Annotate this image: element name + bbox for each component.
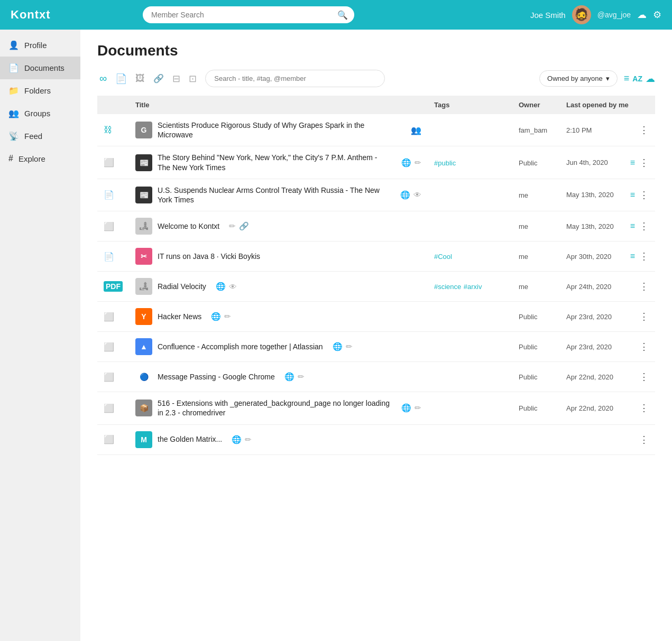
doc-title[interactable]: the Golden Matrix... bbox=[158, 434, 222, 444]
doc-inline-actions: 🌐✏ bbox=[284, 372, 305, 382]
link-icon[interactable]: 🔗 bbox=[239, 221, 249, 231]
table-row[interactable]: ⬜ ▲ Confluence - Accomplish more togethe… bbox=[97, 332, 655, 362]
doc-title[interactable]: Confluence - Accomplish more together | … bbox=[158, 342, 323, 351]
member-search-input[interactable] bbox=[143, 6, 354, 23]
table-row[interactable]: ⬜ 🔵 Message Passing - Google Chrome 🌐✏ P… bbox=[97, 362, 655, 392]
settings-icon[interactable]: ⚙ bbox=[653, 9, 661, 21]
globe-icon[interactable]: 🌐 bbox=[401, 403, 411, 413]
more-options-icon[interactable]: ⋮ bbox=[639, 124, 649, 136]
more-options-icon[interactable]: ⋮ bbox=[639, 371, 649, 383]
more-options-icon[interactable]: ⋮ bbox=[639, 189, 649, 201]
more-options-icon[interactable]: ⋮ bbox=[639, 157, 649, 169]
table-row[interactable]: ⬜ Y Hacker News 🌐✏ Public Apr 23rd, 2020… bbox=[97, 302, 655, 332]
logo[interactable]: Kontxt bbox=[11, 8, 51, 22]
detail-list-icon[interactable]: ≡ bbox=[630, 252, 635, 261]
list-view-icon[interactable]: ≡ bbox=[624, 73, 630, 84]
doc-title-cell: Y Hacker News 🌐✏ bbox=[135, 308, 421, 325]
doc-title[interactable]: Hacker News bbox=[158, 312, 201, 321]
image-type-icon[interactable]: 🖼 bbox=[133, 71, 147, 86]
table-row[interactable]: PDF 🏞 Radial Velocity 🌐👁 #science #arxiv… bbox=[97, 272, 655, 302]
owner-filter-dropdown[interactable]: Owned by anyone ▾ bbox=[539, 70, 618, 87]
pencil-icon[interactable]: ✏ bbox=[229, 221, 236, 231]
globe-icon[interactable]: 🌐 bbox=[211, 312, 221, 321]
doc-title[interactable]: Scientists Produce Rigorous Study of Why… bbox=[158, 120, 401, 140]
doc-title-cell: M the Golden Matrix... 🌐✏ bbox=[135, 431, 421, 448]
doc-tag[interactable]: #arxiv bbox=[464, 283, 482, 291]
more-options-icon[interactable]: ⋮ bbox=[639, 341, 649, 352]
more-options-icon[interactable]: ⋮ bbox=[639, 402, 649, 414]
more-options-icon[interactable]: ⋮ bbox=[639, 311, 649, 322]
doc-search-input[interactable] bbox=[205, 70, 385, 87]
sort-az-icon[interactable]: AZ bbox=[632, 75, 642, 83]
tab-type-icon[interactable]: ⊡ bbox=[187, 71, 199, 87]
doc-search-container bbox=[205, 70, 385, 87]
table-row[interactable]: 📄 ✂ IT runs on Java 8 · Vicki Boykis #Co… bbox=[97, 241, 655, 272]
upload-doc-icon[interactable]: ☁ bbox=[646, 73, 655, 85]
doc-favicon: G bbox=[135, 122, 152, 138]
detail-list-icon[interactable]: ≡ bbox=[630, 190, 635, 200]
table-row[interactable]: ⬜ 📦 516 - Extensions with _generated_bac… bbox=[97, 392, 655, 424]
eye-icon[interactable]: 👁 bbox=[413, 190, 421, 199]
page-title: Documents bbox=[97, 42, 655, 59]
doc-title[interactable]: 516 - Extensions with _generated_backgro… bbox=[158, 398, 392, 417]
more-options-icon[interactable]: ⋮ bbox=[639, 250, 649, 262]
pencil-icon[interactable]: ✏ bbox=[415, 158, 421, 168]
row-actions: ⋮ bbox=[639, 124, 649, 136]
pencil-icon[interactable]: ✏ bbox=[415, 403, 421, 413]
type-bookmark-icon: ⬜ bbox=[104, 158, 114, 167]
pencil-icon[interactable]: ✏ bbox=[298, 372, 305, 382]
more-options-icon[interactable]: ⋮ bbox=[639, 220, 649, 232]
last-opened-time: May 13th, 2020 bbox=[566, 191, 614, 199]
upload-icon[interactable]: ☁ bbox=[637, 9, 647, 21]
doc-type-icon[interactable]: 📄 bbox=[113, 71, 129, 87]
all-type-icon[interactable]: ∞ bbox=[97, 70, 109, 87]
doc-title[interactable]: Radial Velocity bbox=[158, 282, 206, 291]
globe-icon[interactable]: 🌐 bbox=[401, 158, 411, 168]
sidebar-item-groups[interactable]: 👥 Groups bbox=[0, 102, 80, 125]
table-row[interactable]: 📄 📰 U.S. Suspends Nuclear Arms Control T… bbox=[97, 179, 655, 211]
doc-owner: Public bbox=[519, 343, 537, 351]
sidebar-item-profile[interactable]: 👤 Profile bbox=[0, 34, 80, 57]
globe-icon[interactable]: 🌐 bbox=[232, 435, 242, 444]
doc-title[interactable]: U.S. Suspends Nuclear Arms Control Treat… bbox=[158, 185, 391, 205]
globe-icon[interactable]: 🌐 bbox=[333, 342, 343, 351]
sidebar-item-documents[interactable]: 📄 Documents bbox=[0, 57, 80, 79]
detail-list-icon[interactable]: ≡ bbox=[630, 221, 635, 231]
table-row[interactable]: ⬜ 📰 The Story Behind "New York, New York… bbox=[97, 146, 655, 179]
doc-title-cell: 🔵 Message Passing - Google Chrome 🌐✏ bbox=[135, 368, 421, 385]
pencil-icon[interactable]: ✏ bbox=[245, 435, 252, 444]
last-opened-cell: Apr 23rd, 2020 ⋮ bbox=[566, 311, 649, 322]
globe-icon[interactable]: 🌐 bbox=[400, 190, 410, 200]
doc-title-cell: 🏞 Welcome to Kontxt ✏🔗 bbox=[135, 218, 421, 235]
eye-icon[interactable]: 👁 bbox=[229, 282, 237, 291]
doc-title[interactable]: IT runs on Java 8 · Vicki Boykis bbox=[158, 252, 260, 261]
sidebar-item-folders[interactable]: 📁 Folders bbox=[0, 79, 80, 102]
sidebar-item-feed[interactable]: 📡 Feed bbox=[0, 125, 80, 147]
last-opened-time: Apr 23rd, 2020 bbox=[566, 313, 612, 321]
globe-icon[interactable]: 🌐 bbox=[284, 372, 294, 382]
more-options-icon[interactable]: ⋮ bbox=[639, 434, 649, 445]
table-row[interactable]: ⛓ G Scientists Produce Rigorous Study of… bbox=[97, 114, 655, 146]
detail-list-icon[interactable]: ≡ bbox=[630, 158, 635, 168]
sidebar-item-explore[interactable]: # Explore bbox=[0, 147, 80, 170]
link-type-icon[interactable]: 🔗 bbox=[151, 71, 166, 86]
doc-title[interactable]: The Story Behind "New York, New York," t… bbox=[158, 153, 392, 172]
doc-tag[interactable]: #Cool bbox=[434, 253, 452, 261]
pencil-icon[interactable]: ✏ bbox=[224, 312, 231, 321]
doc-tag[interactable]: #science bbox=[434, 283, 461, 291]
doc-favicon: Y bbox=[135, 308, 152, 325]
doc-title[interactable]: Message Passing - Google Chrome bbox=[158, 372, 275, 382]
more-options-icon[interactable]: ⋮ bbox=[639, 281, 649, 292]
table-row[interactable]: ⬜ 🏞 Welcome to Kontxt ✏🔗 me May 13th, 20… bbox=[97, 211, 655, 241]
card-type-icon[interactable]: ⊟ bbox=[170, 71, 182, 87]
doc-inline-actions: 🌐✏ bbox=[401, 403, 421, 413]
doc-favicon: 🏞 bbox=[135, 218, 152, 235]
table-row[interactable]: ⬜ M the Golden Matrix... 🌐✏ ⋮ bbox=[97, 424, 655, 454]
globe-icon[interactable]: 🌐 bbox=[216, 282, 226, 291]
doc-title[interactable]: Welcome to Kontxt bbox=[158, 221, 219, 231]
sidebar-label-profile: Profile bbox=[24, 41, 47, 50]
pencil-icon[interactable]: ✏ bbox=[346, 342, 353, 351]
doc-tag[interactable]: #public bbox=[434, 159, 456, 167]
type-bookmark-icon: ⬜ bbox=[104, 404, 114, 413]
avatar[interactable]: 🧔 bbox=[572, 5, 591, 24]
